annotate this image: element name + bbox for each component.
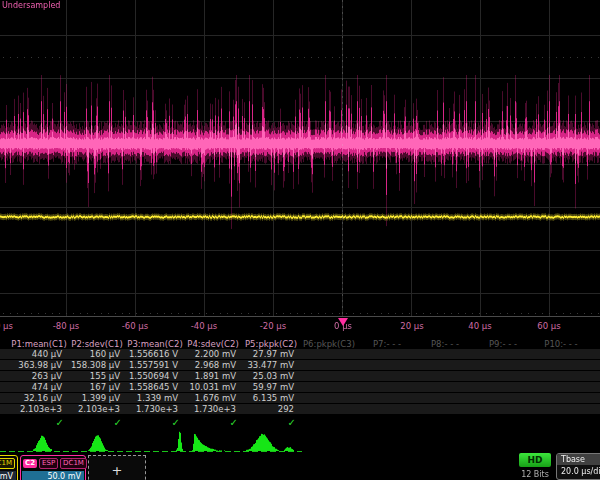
param-value: 155 µV xyxy=(68,371,126,381)
param-value: 10.031 mV xyxy=(184,382,242,392)
trigger-marker-icon[interactable] xyxy=(338,318,348,326)
param-value: 160 µV xyxy=(68,349,126,359)
time-axis-label: -60 µs xyxy=(122,321,148,331)
param-value: 1.676 mV xyxy=(184,393,242,403)
timebase-label: Tbase xyxy=(557,454,600,465)
param-value: 2.200 mV xyxy=(184,349,242,359)
param-value: 1.730e+3 xyxy=(126,404,184,414)
time-axis-label: -100 µs xyxy=(0,321,13,331)
param-value: 158.308 µV xyxy=(68,360,126,370)
time-axis: -100 µs-80 µs-60 µs-40 µs-20 µs0 µs20 µs… xyxy=(0,318,600,334)
param-value: 59.97 mV xyxy=(242,382,300,392)
param-value: 363.98 µV xyxy=(10,360,68,370)
param-value: 32.16 µV xyxy=(10,393,68,403)
param-value: 1.339 mV xyxy=(126,393,184,403)
param-status-check-icon: ✓ xyxy=(68,417,126,428)
time-axis-label: 60 µs xyxy=(537,321,560,331)
param-header-8[interactable]: P8:- - - xyxy=(416,339,474,349)
param-value: 1.399 µV xyxy=(68,393,126,403)
param-header-9[interactable]: P9:- - - xyxy=(474,339,532,349)
param-value: 6.135 mV xyxy=(242,393,300,403)
undersampled-indicator: Undersampled xyxy=(2,1,60,10)
channel-descriptor-c1[interactable]: DC1M 10.0 mV xyxy=(0,455,18,480)
param-status-check-icon: ✓ xyxy=(10,417,68,428)
param-row-max: 474 µV167 µV1.558645 V10.031 mV59.97 mV xyxy=(0,382,600,393)
param-value: 167 µV xyxy=(68,382,126,392)
adc-bits-label: 12 Bits xyxy=(515,470,555,479)
param-value: 1.556616 V xyxy=(126,349,184,359)
time-axis-label: -80 µs xyxy=(53,321,79,331)
c2-vdiv-value: 50.0 mV xyxy=(22,471,84,480)
timebase-value: 20.0 µs/div xyxy=(557,465,600,478)
param-row-sdev: 32.16 µV1.399 µV1.339 mV1.676 mV6.135 mV xyxy=(0,393,600,404)
param-value: 33.477 mV xyxy=(242,360,300,370)
param-row-mean: 363.98 µV158.308 µV1.557591 V2.968 mV33.… xyxy=(0,360,600,371)
param-value: 27.97 mV xyxy=(242,349,300,359)
param-row-status: ✓✓✓✓✓ xyxy=(0,415,600,429)
param-value: 1.558645 V xyxy=(126,382,184,392)
param-header-1[interactable]: P1:mean(C1) xyxy=(10,339,68,349)
param-value: 474 µV xyxy=(10,382,68,392)
param-value: 2.968 mV xyxy=(184,360,242,370)
param-status-check-icon: ✓ xyxy=(126,417,184,428)
param-value: 1.730e+3 xyxy=(184,404,242,414)
timebase-descriptor[interactable]: Tbase 20.0 µs/div xyxy=(556,453,600,480)
param-value: 1.891 mV xyxy=(184,371,242,381)
param-header-3[interactable]: P3:mean(C2) xyxy=(126,339,184,349)
param-value: 2.103e+3 xyxy=(68,404,126,414)
histicon-baseline xyxy=(0,451,302,452)
c1-vdiv-value: 10.0 mV xyxy=(0,471,16,480)
c2-esp-badge: ESP xyxy=(39,458,58,469)
time-axis-label: 40 µs xyxy=(468,321,491,331)
param-value: 1.557591 V xyxy=(126,360,184,370)
param-row-value: 440 µV160 µV1.556616 V2.200 mV27.97 mV xyxy=(0,349,600,360)
c1-coupling-badge: DC1M xyxy=(0,458,15,469)
time-axis-label: -40 µs xyxy=(191,321,217,331)
param-value: 263 µV xyxy=(10,371,68,381)
param-status-check-icon: ✓ xyxy=(184,417,242,428)
oscilloscope-screen: Undersampled -100 µs-80 µs-60 µs-40 µs-2… xyxy=(0,0,600,480)
trigger-position-line xyxy=(342,0,343,316)
measure-table: P1:mean(C1)P2:sdev(C1)P3:mean(C2)P4:sdev… xyxy=(0,338,600,429)
c2-channel-badge: C2 xyxy=(23,459,37,468)
param-header-7[interactable]: P7:- - - xyxy=(358,339,416,349)
histicons-canvas[interactable] xyxy=(0,429,600,453)
param-status-check-icon: ✓ xyxy=(242,417,300,428)
param-value: 2.103e+3 xyxy=(10,404,68,414)
param-value: 1.550694 V xyxy=(126,371,184,381)
channel-descriptor-c2[interactable]: C2 ESP DC1M 50.0 mV xyxy=(20,455,86,480)
param-value: 292 xyxy=(242,404,300,414)
param-row-num: 2.103e+32.103e+31.730e+31.730e+3292 xyxy=(0,404,600,415)
c2-coupling-badge: DC1M xyxy=(60,458,87,469)
time-axis-label: 20 µs xyxy=(400,321,423,331)
param-row-min: 263 µV155 µV1.550694 V1.891 mV25.03 mV xyxy=(0,371,600,382)
add-trace-button[interactable]: + xyxy=(88,455,146,480)
param-header-2[interactable]: P2:sdev(C1) xyxy=(68,339,126,349)
plus-icon: + xyxy=(112,463,123,478)
param-value: 25.03 mV xyxy=(242,371,300,381)
hd-mode-badge[interactable]: HD xyxy=(519,453,551,467)
time-axis-label: -20 µs xyxy=(260,321,286,331)
param-header-10[interactable]: P10:- - - xyxy=(532,339,590,349)
param-header-5[interactable]: P5:pkpk(C2) xyxy=(242,339,300,349)
param-header-6[interactable]: P6:pkpk(C3) xyxy=(300,339,358,349)
waveform-grid-canvas xyxy=(0,0,600,318)
param-value: 440 µV xyxy=(10,349,68,359)
param-header-4[interactable]: P4:sdev(C2) xyxy=(184,339,242,349)
